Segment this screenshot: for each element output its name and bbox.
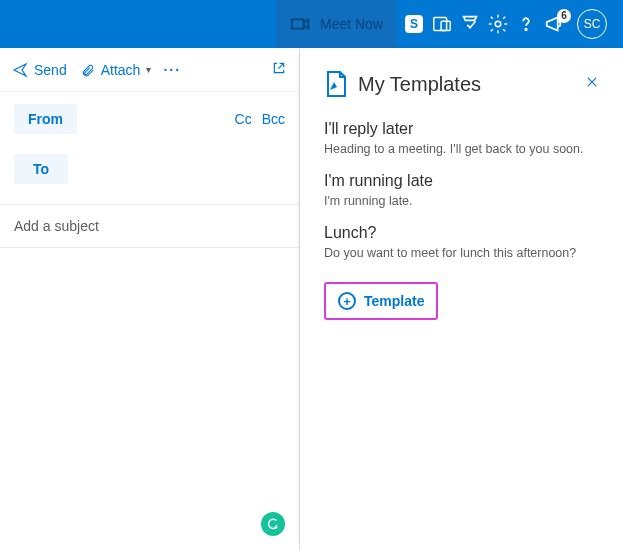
popout-icon[interactable] [271,60,287,79]
settings-gear-icon[interactable] [487,13,509,35]
svg-rect-0 [292,19,304,28]
announcements-icon[interactable]: 6 [543,13,565,35]
templates-panel: My Templates I'll reply laterHeading to … [300,48,623,550]
svg-point-3 [495,21,501,27]
cc-button[interactable]: Cc [235,111,252,127]
template-item[interactable]: I'll reply laterHeading to a meeting. I'… [324,120,599,156]
template-title: I'll reply later [324,120,599,138]
compose-pane: Send Attach ▾ ··· From Cc Bcc [0,48,300,550]
meet-now-label: Meet Now [320,16,383,32]
help-icon[interactable] [515,13,537,35]
to-row: To [14,154,285,184]
to-button[interactable]: To [14,154,68,184]
template-body: Heading to a meeting. I'll get back to y… [324,142,599,156]
compose-toolbar: Send Attach ▾ ··· [0,48,299,92]
add-template-button[interactable]: + Template [324,282,438,320]
template-item[interactable]: I'm running lateI'm running late. [324,172,599,208]
template-body: Do you want to meet for lunch this after… [324,246,599,260]
notification-badge: 6 [557,9,571,23]
svg-rect-1 [434,18,447,31]
video-icon [290,13,312,35]
more-actions-button[interactable]: ··· [163,62,181,78]
template-body: I'm running late. [324,194,599,208]
skype-icon[interactable]: S [403,13,425,35]
chevron-down-icon: ▾ [146,64,151,75]
template-title: Lunch? [324,224,599,242]
close-icon[interactable] [585,75,599,93]
template-item[interactable]: Lunch?Do you want to meet for lunch this… [324,224,599,260]
teams-icon[interactable] [431,13,453,35]
add-template-label: Template [364,293,424,309]
svg-rect-2 [441,21,450,30]
svg-point-4 [525,29,526,30]
from-button[interactable]: From [14,104,77,134]
todo-icon[interactable] [459,13,481,35]
panel-title: My Templates [358,73,481,96]
template-title: I'm running late [324,172,599,190]
plus-circle-icon: + [338,292,356,310]
my-templates-icon [324,70,348,98]
attach-label: Attach [101,62,141,78]
from-row: From Cc Bcc [14,104,285,134]
avatar[interactable]: SC [577,9,607,39]
subject-input[interactable] [14,218,285,234]
grammarly-icon[interactable] [261,512,285,536]
app-header: Meet Now S 6 SC [0,0,623,48]
attach-button[interactable]: Attach ▾ [79,58,154,82]
meet-now-button[interactable]: Meet Now [276,0,397,48]
send-label: Send [34,62,67,78]
send-button[interactable]: Send [10,58,69,82]
bcc-button[interactable]: Bcc [262,111,285,127]
